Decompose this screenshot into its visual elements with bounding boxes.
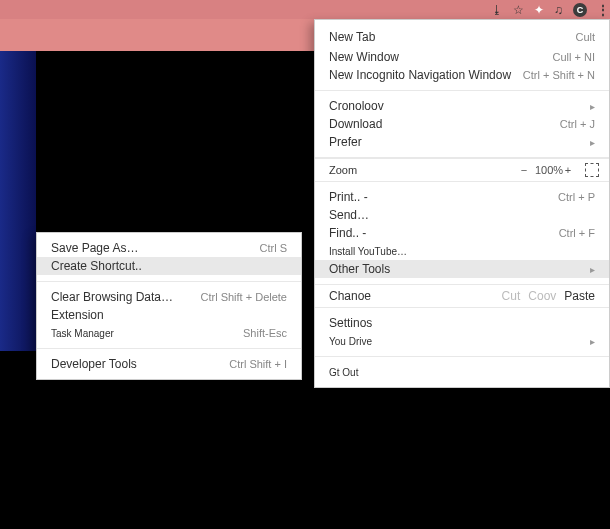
zoom-label: Zoom [329,164,513,176]
menu-history[interactable]: Cronoloov ▸ [315,97,609,115]
menu-install-app[interactable]: Install YouTube… [315,242,609,260]
chevron-right-icon: ▸ [590,101,595,112]
page-sidebar [0,51,36,351]
submenu-save-page[interactable]: Save Page As… Ctrl S [37,239,301,257]
menu-label: Other Tools [329,262,390,276]
menu-shortcut: Ctrl + J [560,118,595,130]
menu-bookmarks[interactable]: Prefer ▸ [315,133,609,151]
menu-help[interactable]: You Drive ▸ [315,332,609,350]
chrome-main-menu: New Tab Cult New Window Cull + NI New In… [314,19,610,388]
zoom-value: 100% [535,164,557,176]
edit-label: Chanoe [329,289,494,303]
fullscreen-icon[interactable] [585,163,599,177]
menu-new-window[interactable]: New Window Cull + NI [315,48,609,66]
menu-shortcut: Ctrl + Shift + N [523,69,595,81]
menu-exit[interactable]: Gt Out [315,363,609,381]
zoom-out-button[interactable]: − [513,164,535,176]
menu-label: Task Manager [51,328,114,339]
menu-label: You Drive [329,336,372,347]
menu-shortcut: Ctrl S [260,242,288,254]
download-icon[interactable]: ⭳ [491,3,503,17]
menu-label: Find.. - [329,226,366,240]
menu-label: Print.. - [329,190,368,204]
menu-label: New Incognito Navigation Window [329,68,511,82]
menu-new-incognito[interactable]: New Incognito Navigation Window Ctrl + S… [315,66,609,84]
menu-label: Cronoloov [329,99,384,113]
menu-label: New Window [329,50,399,64]
menu-label: Create Shortcut.. [51,259,142,273]
menu-shortcut: Ctrl + P [558,191,595,203]
menu-label: Save Page As… [51,241,138,255]
menu-label: Clear Browsing Data… [51,290,173,304]
submenu-task-manager[interactable]: Task Manager Shift-Esc [37,324,301,342]
menu-new-tab[interactable]: New Tab Cult [315,26,609,48]
media-icon[interactable]: ♫ [554,3,563,17]
menu-label: Install YouTube… [329,246,407,257]
submenu-clear-data[interactable]: Clear Browsing Data… Ctrl Shift + Delete [37,288,301,306]
menu-label: Gt Out [329,367,358,378]
menu-downloads[interactable]: Download Ctrl + J [315,115,609,133]
menu-shortcut: Ctrl Shift + I [229,358,287,370]
menu-shortcut: Cull + NI [553,51,596,63]
other-tools-submenu: Save Page As… Ctrl S Create Shortcut.. C… [36,232,302,380]
chevron-right-icon: ▸ [590,137,595,148]
menu-shortcut: Ctrl + F [559,227,595,239]
chevron-right-icon: ▸ [590,336,595,347]
menu-label: Extension [51,308,104,322]
menu-label: Download [329,117,382,131]
menu-print[interactable]: Print.. - Ctrl + P [315,188,609,206]
menu-settings[interactable]: Settinos [315,314,609,332]
browser-toolbar: ⭳ ☆ ✦ ♫ C ⋮ [0,0,610,19]
menu-label: Send… [329,208,369,222]
menu-cast[interactable]: Send… [315,206,609,224]
menu-label: Developer Tools [51,357,137,371]
cut-button[interactable]: Cut [502,289,521,303]
menu-shortcut: Shift-Esc [243,327,287,339]
menu-shortcut: Cult [575,31,595,43]
star-icon[interactable]: ☆ [513,3,524,17]
menu-other-tools[interactable]: Other Tools ▸ [315,260,609,278]
profile-avatar[interactable]: C [573,3,587,17]
menu-find[interactable]: Find.. - Ctrl + F [315,224,609,242]
submenu-extensions[interactable]: Extension [37,306,301,324]
menu-edit-row: Chanoe Cut Coov Paste [315,285,609,308]
zoom-in-button[interactable]: + [557,164,579,176]
copy-button[interactable]: Coov [528,289,556,303]
menu-zoom: Zoom − 100% + [315,158,609,182]
menu-shortcut: Ctrl Shift + Delete [200,291,287,303]
extensions-icon[interactable]: ✦ [534,3,544,17]
submenu-dev-tools[interactable]: Developer Tools Ctrl Shift + I [37,355,301,373]
menu-icon[interactable]: ⋮ [597,3,608,17]
menu-label: Prefer [329,135,362,149]
submenu-create-shortcut[interactable]: Create Shortcut.. [37,257,301,275]
chevron-right-icon: ▸ [590,264,595,275]
paste-button[interactable]: Paste [564,289,595,303]
menu-label: New Tab [329,30,375,44]
menu-label: Settinos [329,316,372,330]
